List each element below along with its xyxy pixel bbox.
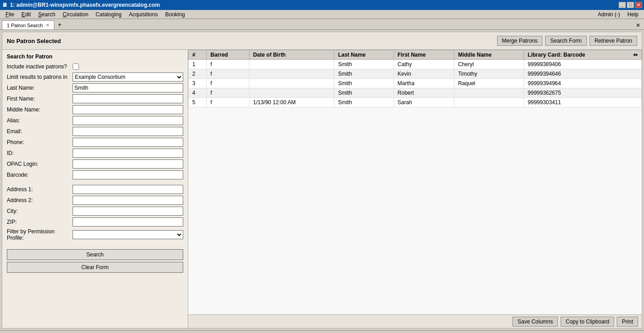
label-lastname: Last Name: bbox=[7, 85, 73, 91]
search-form-button[interactable]: Search Form bbox=[545, 36, 586, 46]
include-inactive-checkbox[interactable] bbox=[73, 63, 79, 70]
no-patron-label: No Patron Selected bbox=[7, 38, 61, 44]
menu-circulation[interactable]: Circulation bbox=[59, 10, 92, 19]
bottom-bar: Save Columns Copy to Clipboard Print bbox=[188, 314, 642, 328]
zip-input[interactable] bbox=[73, 217, 183, 227]
addr1-input[interactable] bbox=[73, 185, 183, 194]
cell-barcode: 99999394964 bbox=[524, 79, 641, 88]
form-row-id: ID: bbox=[2, 148, 188, 159]
cell-lastname: Smith bbox=[334, 98, 394, 107]
col-header-lastname[interactable]: Last Name bbox=[334, 50, 394, 60]
label-inactive: Include inactive patrons? bbox=[7, 63, 73, 70]
cell-dob: 1/13/90 12:00 AM bbox=[249, 98, 334, 107]
menu-file[interactable]: File bbox=[2, 10, 18, 19]
addr2-input[interactable] bbox=[73, 196, 183, 205]
col-header-barred[interactable]: Barred bbox=[206, 50, 249, 60]
cell-barred: f bbox=[206, 60, 249, 69]
middlename-input[interactable] bbox=[73, 105, 183, 114]
search-button[interactable]: Search bbox=[7, 249, 183, 260]
cell-firstname: Sarah bbox=[394, 98, 454, 107]
form-row-inactive: Include inactive patrons? bbox=[2, 62, 188, 72]
permission-select[interactable] bbox=[73, 230, 183, 239]
cell-barcode: 99999394646 bbox=[524, 69, 641, 79]
copy-clipboard-button[interactable]: Copy to Clipboard bbox=[561, 317, 614, 327]
cell-firstname: Martha bbox=[394, 79, 454, 88]
retrieve-patron-button[interactable]: Retrieve Patron bbox=[590, 36, 637, 46]
id-input[interactable] bbox=[73, 149, 183, 158]
city-input[interactable] bbox=[73, 207, 183, 216]
table-row[interactable]: 3 f Smith Martha Raquel 99999394964 bbox=[189, 79, 642, 88]
col-header-barcode[interactable]: Library Card: Barcode ⇔ bbox=[524, 50, 641, 60]
close-button[interactable]: ✕ bbox=[635, 2, 642, 8]
barcode-input[interactable] bbox=[73, 170, 183, 179]
label-email: Email: bbox=[7, 128, 73, 135]
cell-barcode: 99999303411 bbox=[524, 98, 641, 107]
table-row[interactable]: 1 f Smith Cathy Cheryl 99999389406 bbox=[189, 60, 642, 69]
tab-window-close[interactable]: ✕ bbox=[634, 21, 642, 29]
alias-input[interactable] bbox=[73, 116, 183, 125]
cell-num: 5 bbox=[189, 98, 207, 107]
col-header-num[interactable]: # bbox=[189, 50, 207, 60]
form-row-alias: Alias: bbox=[2, 115, 188, 126]
form-row-limit: Limit results to patrons in Example Cons… bbox=[2, 72, 188, 82]
cell-num: 1 bbox=[189, 60, 207, 69]
menu-search[interactable]: Search bbox=[34, 10, 59, 19]
label-city: City: bbox=[7, 208, 73, 214]
cell-barred: f bbox=[206, 88, 249, 98]
tab-close-icon[interactable]: ✕ bbox=[46, 23, 49, 28]
form-row-addr1: Address 1: bbox=[2, 184, 188, 195]
search-form-header: Search for Patron bbox=[2, 50, 188, 62]
col-resize-icon[interactable]: ⇔ bbox=[633, 52, 638, 58]
col-header-dob[interactable]: Date of Birth bbox=[249, 50, 334, 60]
menu-cataloging[interactable]: Cataloging bbox=[92, 10, 125, 19]
label-zip: ZIP: bbox=[7, 219, 73, 225]
menu-booking[interactable]: Booking bbox=[161, 10, 188, 19]
print-button[interactable]: Print bbox=[617, 317, 638, 327]
table-row[interactable]: 2 f Smith Kevin Timothy 99999394646 bbox=[189, 69, 642, 79]
titlebar: 🖥 1: admin@BR1-winxpvmfx.phasefx.evergre… bbox=[0, 0, 644, 10]
label-limit: Limit results to patrons in bbox=[7, 74, 73, 80]
main-content: No Patron Selected Merge Patrons Search … bbox=[2, 32, 642, 328]
lastname-input[interactable] bbox=[73, 83, 183, 92]
table-row[interactable]: 5 f 1/13/90 12:00 AM Smith Sarah 9999930… bbox=[189, 98, 642, 107]
clear-form-button[interactable]: Clear Form bbox=[7, 262, 183, 273]
titlebar-controls[interactable]: _ □ ✕ bbox=[619, 2, 642, 8]
minimize-button[interactable]: _ bbox=[619, 2, 626, 8]
limit-select[interactable]: Example Consortium bbox=[73, 72, 183, 82]
menu-help[interactable]: Help bbox=[624, 10, 642, 19]
cell-barred: f bbox=[206, 79, 249, 88]
label-opac: OPAC Login: bbox=[7, 161, 73, 167]
cell-num: 4 bbox=[189, 88, 207, 98]
results-table-container[interactable]: # Barred Date of Birth Last Name First N… bbox=[188, 50, 642, 314]
cell-firstname: Kevin bbox=[394, 69, 454, 79]
app-icon: 🖥 bbox=[2, 2, 7, 8]
merge-patrons-button[interactable]: Merge Patrons bbox=[497, 36, 543, 46]
menubar: File Edit Search Circulation Cataloging … bbox=[0, 10, 644, 19]
form-row-barcode: Barcode: bbox=[2, 169, 188, 180]
menu-admin[interactable]: Admin (-) bbox=[594, 10, 624, 19]
action-bar: No Patron Selected Merge Patrons Search … bbox=[2, 32, 642, 50]
col-header-middlename[interactable]: Middle Name bbox=[454, 50, 524, 60]
search-panel: Search for Patron Include inactive patro… bbox=[2, 50, 188, 328]
menu-acquisitions[interactable]: Acquisitions bbox=[125, 10, 161, 19]
table-row[interactable]: 4 f Smith Robert 99999362675 bbox=[189, 88, 642, 98]
form-row-firstname: First Name: bbox=[2, 93, 188, 104]
form-row-opac: OPAC Login: bbox=[2, 159, 188, 169]
save-columns-button[interactable]: Save Columns bbox=[512, 317, 558, 327]
statusbar bbox=[0, 330, 644, 333]
cell-barcode: 99999389406 bbox=[524, 60, 641, 69]
menu-edit[interactable]: Edit bbox=[18, 10, 34, 19]
tab-add-button[interactable]: + bbox=[54, 19, 65, 29]
maximize-button[interactable]: □ bbox=[627, 2, 634, 8]
cell-num: 3 bbox=[189, 79, 207, 88]
results-tbody: 1 f Smith Cathy Cheryl 99999389406 2 f S… bbox=[189, 60, 642, 107]
phone-input[interactable] bbox=[73, 138, 183, 147]
tab-patron-search[interactable]: 1 Patron Search ✕ bbox=[2, 20, 54, 29]
cell-dob bbox=[249, 88, 334, 98]
cell-middlename bbox=[454, 88, 524, 98]
firstname-input[interactable] bbox=[73, 94, 183, 103]
form-row-zip: ZIP: bbox=[2, 217, 188, 227]
opac-input[interactable] bbox=[73, 159, 183, 169]
email-input[interactable] bbox=[73, 127, 183, 136]
col-header-firstname[interactable]: First Name bbox=[394, 50, 454, 60]
